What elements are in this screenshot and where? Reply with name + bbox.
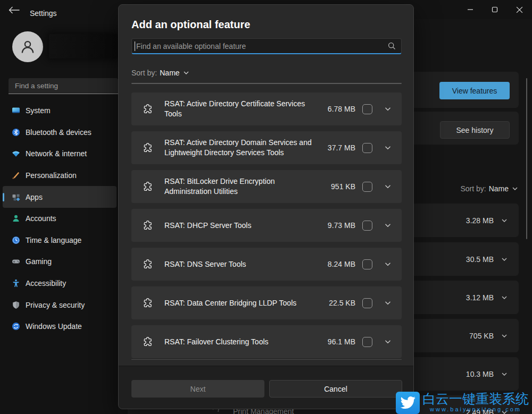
feature-puzzle-icon	[143, 336, 153, 347]
dialog-footer: Next Cancel	[119, 366, 413, 409]
personalization-icon	[12, 171, 20, 180]
sidebar-item-windows-update[interactable]: Windows Update	[3, 316, 117, 337]
feature-row: RSAT: Active Directory Certificate Servi…	[131, 92, 402, 125]
sort-by-label: Sort by:	[131, 69, 157, 77]
person-icon	[19, 38, 37, 56]
sidebar-item-privacy-security[interactable]: Privacy & security	[3, 294, 117, 316]
view-features-button[interactable]: View features	[439, 82, 510, 99]
bluetooth-icon	[12, 128, 20, 137]
sidebar-item-label: Network & internet	[26, 149, 87, 158]
chevron-down-icon[interactable]	[384, 299, 392, 307]
maximize-button[interactable]	[483, 0, 507, 19]
sidebar-item-system[interactable]: System	[3, 100, 117, 122]
feature-checkbox[interactable]	[362, 104, 372, 114]
feature-name: RSAT: Active Directory Domain Services a…	[164, 138, 314, 158]
feature-size: 705 KB	[469, 332, 494, 340]
watermark-brand: 白云一键重装系统	[422, 392, 529, 406]
feature-row: RSAT: DHCP Server Tools9.73 MB	[131, 209, 402, 242]
feature-puzzle-icon	[143, 142, 153, 153]
back-icon[interactable]	[9, 6, 20, 14]
feature-search-input[interactable]: Find an available optional feature	[131, 38, 402, 54]
next-button[interactable]: Next	[131, 380, 264, 398]
feature-checkbox[interactable]	[362, 259, 372, 269]
feature-size: 8.24 MB	[328, 260, 355, 268]
feature-puzzle-icon	[143, 298, 153, 308]
feature-name: RSAT: DHCP Server Tools	[164, 221, 314, 231]
chevron-down-icon[interactable]	[384, 222, 392, 229]
scrollbar[interactable]	[526, 78, 527, 239]
cancel-button[interactable]: Cancel	[269, 380, 402, 398]
sidebar-item-network-internet[interactable]: Network & internet	[3, 143, 117, 165]
see-history-button[interactable]: See history	[440, 121, 510, 139]
sidebar-item-time-language[interactable]: Time & language	[3, 230, 117, 251]
time-language-icon	[12, 236, 20, 244]
selected-indicator	[3, 193, 4, 201]
chevron-down-icon[interactable]	[384, 260, 392, 268]
add-optional-feature-dialog: Add an optional feature Find an availabl…	[118, 4, 414, 409]
sidebar-item-label: Bluetooth & devices	[26, 128, 92, 137]
sidebar-item-apps[interactable]: Apps	[3, 186, 117, 208]
feature-name: RSAT: BitLocker Drive Encryption Adminis…	[164, 176, 314, 197]
sidebar-item-label: Windows Update	[26, 322, 82, 331]
minimize-button[interactable]	[458, 0, 483, 19]
sidebar-item-personalization[interactable]: Personalization	[3, 165, 117, 187]
chevron-down-icon[interactable]	[384, 183, 392, 190]
sort-by-value: Name	[489, 184, 509, 193]
feature-checkbox[interactable]	[362, 337, 372, 347]
accounts-icon	[12, 214, 20, 223]
feature-size: 951 KB	[331, 182, 355, 191]
divider	[131, 83, 402, 84]
chevron-down-icon[interactable]	[501, 370, 508, 378]
sidebar-item-bluetooth-devices[interactable]: Bluetooth & devices	[3, 122, 117, 143]
chevron-down-icon	[511, 185, 519, 192]
chevron-down-icon[interactable]	[384, 338, 392, 345]
chevron-down-icon[interactable]	[384, 105, 392, 113]
feature-size: 96.1 MB	[328, 337, 355, 346]
app-title: Settings	[30, 9, 57, 18]
sidebar-item-accessibility[interactable]: Accessibility	[3, 273, 117, 294]
sidebar-item-label: Accessibility	[26, 279, 66, 288]
feature-checkbox[interactable]	[362, 182, 372, 192]
feature-checkbox[interactable]	[362, 143, 372, 153]
feature-puzzle-icon	[143, 181, 153, 192]
feature-row: RSAT: Failover Clustering Tools96.1 MB	[131, 325, 402, 358]
chevron-down-icon[interactable]	[501, 256, 508, 263]
sidebar-nav: SystemBluetooth & devicesNetwork & inter…	[3, 100, 117, 337]
background-sort-by[interactable]: Sort by: Name	[460, 184, 519, 193]
sort-by-value: Name	[160, 69, 179, 77]
chevron-down-icon[interactable]	[501, 217, 508, 224]
feature-row: RSAT: Data Center Bridging LLDP Tools22.…	[131, 286, 402, 319]
feature-size: 9.73 MB	[328, 221, 355, 230]
feature-checkbox[interactable]	[362, 298, 372, 308]
feature-row: RSAT: DNS Server Tools8.24 MB	[131, 248, 402, 281]
sidebar-item-gaming[interactable]: Gaming	[3, 251, 117, 273]
feature-size: 6.78 MB	[328, 105, 355, 113]
avatar[interactable]	[12, 31, 43, 62]
privacy-security-icon	[12, 301, 20, 309]
search-placeholder: Find an available optional feature	[136, 42, 388, 50]
feature-size: 22.5 KB	[329, 299, 355, 307]
feature-size: 3.12 MB	[466, 293, 494, 302]
network-icon	[12, 149, 20, 158]
sidebar-item-label: Apps	[26, 193, 43, 201]
sort-by-label: Sort by:	[460, 184, 486, 193]
feature-row: RSAT: BitLocker Drive Encryption Adminis…	[131, 170, 402, 203]
dialog-sort-by[interactable]: Sort by: Name	[131, 69, 190, 77]
feature-checkbox[interactable]	[362, 221, 372, 231]
feature-name: RSAT: DNS Server Tools	[164, 259, 314, 269]
sidebar-item-accounts[interactable]: Accounts	[3, 208, 117, 230]
accessibility-icon	[12, 279, 20, 288]
feature-puzzle-icon	[143, 259, 153, 269]
find-a-setting-input[interactable]: Find a setting	[9, 78, 118, 94]
chevron-down-icon[interactable]	[501, 332, 508, 340]
apps-icon	[12, 193, 20, 201]
feature-puzzle-icon	[143, 220, 153, 231]
feature-size: 30.5 MB	[466, 255, 494, 264]
system-icon	[12, 106, 20, 115]
close-button[interactable]	[507, 0, 531, 19]
divider	[131, 359, 402, 360]
feature-list: RSAT: Active Directory Certificate Servi…	[131, 92, 402, 364]
feature-size: 10.3 MB	[466, 370, 494, 378]
chevron-down-icon[interactable]	[501, 294, 508, 301]
chevron-down-icon[interactable]	[384, 144, 392, 151]
